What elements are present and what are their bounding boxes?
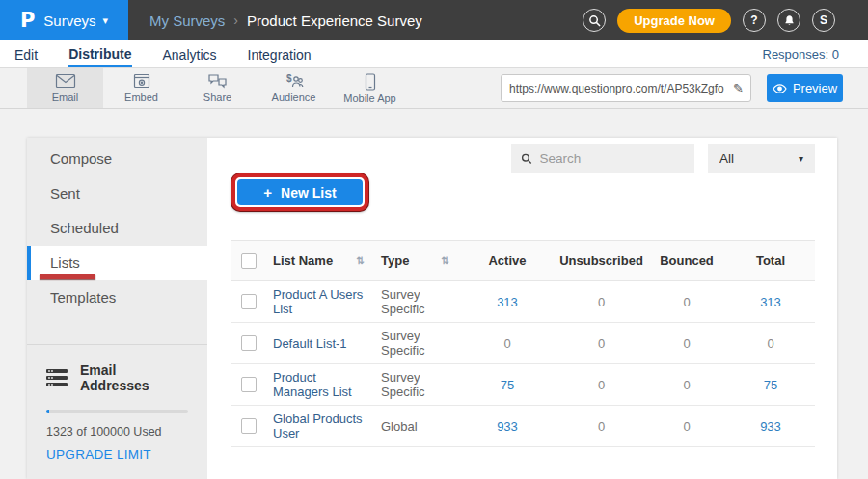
- edit-url-icon[interactable]: ✎: [726, 81, 750, 95]
- unsubscribed-count: 0: [556, 281, 647, 323]
- list-type: Survey Specific: [374, 323, 459, 364]
- col-header-active: Active: [459, 241, 556, 281]
- bounced-count: 0: [647, 281, 726, 323]
- channel-audience-label: Audience: [272, 92, 316, 103]
- list-name-link[interactable]: Product Managers List: [273, 370, 352, 399]
- list-name-link[interactable]: Global Products User: [273, 412, 363, 440]
- sort-icon[interactable]: ⇅: [357, 255, 365, 266]
- table-row: Global Products User Global 933 0 0 933: [231, 406, 815, 447]
- list-type-filter-dropdown[interactable]: All ▾: [708, 144, 815, 173]
- envelope-icon: [55, 73, 76, 90]
- notifications-button[interactable]: [777, 9, 800, 32]
- row-checkbox[interactable]: [241, 418, 257, 434]
- channel-embed[interactable]: Embed: [103, 68, 179, 108]
- bounced-count: 0: [647, 364, 726, 406]
- unsubscribed-count: 0: [556, 323, 647, 364]
- breadcrumb: My Surveys › Product Experience Survey: [149, 13, 422, 29]
- email-addresses-header: Email Addresses: [46, 362, 188, 393]
- help-button[interactable]: ?: [743, 9, 766, 32]
- row-checkbox[interactable]: [241, 294, 257, 309]
- col-header-bounced: Bounced: [647, 241, 726, 281]
- eye-icon: [773, 84, 787, 93]
- total-count[interactable]: 75: [726, 364, 815, 406]
- new-list-annotation-ring: + New List: [231, 173, 368, 211]
- tab-edit[interactable]: Edit: [14, 43, 39, 66]
- distribute-toolbar: Email Embed Share $ Audience Mobile App …: [0, 68, 868, 109]
- questionpro-logo-icon: P: [20, 9, 35, 32]
- col-header-list-name[interactable]: List Name: [273, 253, 333, 268]
- channel-embed-label: Embed: [124, 92, 158, 103]
- content-area: Compose Sent Scheduled Lists Templates E…: [0, 109, 868, 479]
- user-avatar[interactable]: S: [812, 9, 835, 32]
- channel-email[interactable]: Email: [27, 68, 103, 108]
- channel-email-label: Email: [52, 92, 79, 103]
- responses-count[interactable]: Responses: 0: [763, 47, 840, 62]
- email-usage-text: 1323 of 100000 Used: [46, 425, 188, 439]
- row-checkbox[interactable]: [241, 335, 257, 351]
- toolbar-right: ✎ Preview: [501, 74, 843, 102]
- row-checkbox[interactable]: [241, 377, 257, 392]
- upgrade-limit-link[interactable]: UPGRADE LIMIT: [46, 447, 188, 462]
- audience-icon: $: [284, 73, 305, 90]
- breadcrumb-separator-icon: ›: [233, 13, 238, 28]
- survey-url-box: ✎: [501, 74, 751, 102]
- upgrade-now-button[interactable]: Upgrade Now: [617, 9, 731, 33]
- active-count[interactable]: 933: [459, 406, 556, 447]
- sidebar-item-scheduled[interactable]: Scheduled: [27, 211, 207, 246]
- filter-selected-value: All: [719, 151, 734, 166]
- global-search-button[interactable]: [583, 9, 606, 32]
- new-list-label: New List: [281, 185, 337, 200]
- plus-icon: +: [263, 184, 272, 200]
- email-addresses-title: Email Addresses: [80, 362, 188, 393]
- search-icon: [588, 14, 601, 27]
- table-row: Product A Users List Survey Specific 313…: [231, 281, 815, 323]
- preview-button[interactable]: Preview: [767, 74, 843, 102]
- list-type: Survey Specific: [374, 364, 459, 406]
- channel-share[interactable]: Share: [179, 68, 256, 108]
- new-list-button[interactable]: + New List: [237, 179, 363, 205]
- select-all-checkbox[interactable]: [241, 253, 257, 269]
- sidebar-item-compose[interactable]: Compose: [27, 142, 207, 176]
- red-underline-annotation: [40, 274, 95, 279]
- sort-icon[interactable]: ⇅: [442, 255, 449, 266]
- channel-mobile-label: Mobile App: [343, 93, 395, 104]
- channel-mobile-app[interactable]: Mobile App: [332, 68, 408, 108]
- email-usage-progress-fill: [46, 410, 49, 413]
- sidebar-item-templates[interactable]: Templates: [27, 280, 207, 315]
- col-header-total: Total: [726, 241, 815, 281]
- email-lists-panel: Compose Sent Scheduled Lists Templates E…: [27, 138, 837, 479]
- bounced-count: 0: [647, 406, 726, 447]
- tab-integration[interactable]: Integration: [247, 43, 312, 66]
- search-icon: [521, 152, 532, 165]
- col-header-type[interactable]: Type: [381, 253, 409, 268]
- list-type: Survey Specific: [374, 281, 459, 323]
- active-count[interactable]: 313: [459, 281, 556, 323]
- active-count: 0: [459, 323, 556, 364]
- total-count[interactable]: 313: [726, 281, 815, 323]
- list-name-link[interactable]: Product A Users List: [273, 287, 363, 316]
- app-logo-block[interactable]: P Surveys ▾: [0, 0, 128, 40]
- table-row: Product Managers List Survey Specific 75…: [231, 364, 815, 406]
- chevron-down-icon: ▾: [103, 14, 109, 27]
- breadcrumb-my-surveys[interactable]: My Surveys: [149, 13, 225, 29]
- tab-analytics[interactable]: Analytics: [161, 43, 217, 66]
- sidebar-item-lists[interactable]: Lists: [27, 246, 207, 280]
- active-count[interactable]: 75: [459, 364, 556, 406]
- channel-share-label: Share: [203, 92, 231, 103]
- survey-url-input[interactable]: [502, 82, 726, 95]
- surveys-menu[interactable]: Surveys ▾: [43, 13, 108, 29]
- total-count: 0: [726, 323, 815, 364]
- email-addresses-section: Email Addresses 1323 of 100000 Used UPGR…: [27, 344, 207, 462]
- svg-text:$: $: [286, 73, 292, 84]
- embed-icon: [132, 73, 151, 90]
- list-name-link[interactable]: Default List-1: [273, 336, 347, 351]
- breadcrumb-current-survey: Product Experience Survey: [247, 13, 422, 29]
- share-bubbles-icon: [207, 73, 228, 90]
- sidebar-item-sent[interactable]: Sent: [27, 176, 207, 211]
- top-bar: P Surveys ▾ My Surveys › Product Experie…: [0, 0, 868, 40]
- list-search-input[interactable]: [540, 151, 685, 166]
- channel-audience[interactable]: $ Audience: [256, 68, 332, 108]
- tab-distribute[interactable]: Distribute: [68, 42, 132, 67]
- total-count[interactable]: 933: [726, 406, 815, 447]
- table-header-row: List Name ⇅ Type ⇅ Active Unsubscribed B…: [231, 241, 815, 281]
